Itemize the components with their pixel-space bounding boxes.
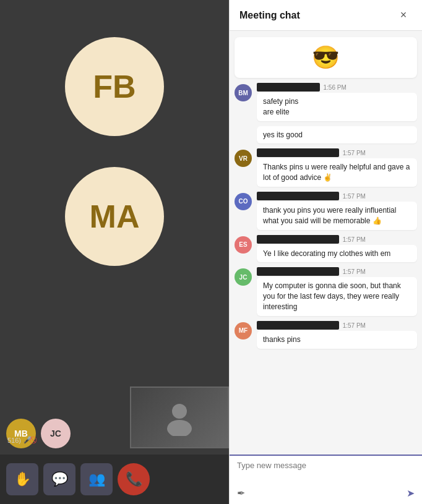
- list-item: VR ████████████████ 1:57 PM Thanks pins …: [235, 148, 417, 187]
- msg-content-co: ████████████████ 1:57 PM thank you pins …: [257, 192, 417, 230]
- list-item: JC ████████████████ 1:57 PM My computer …: [235, 267, 417, 315]
- sender-name-redacted: ████████████████: [257, 267, 339, 276]
- small-avatar-jc: JC: [41, 419, 71, 448]
- sender-name-redacted: ████████████: [257, 83, 320, 92]
- msg-content-es: ████████████████ 1:57 PM Ye I like decor…: [257, 235, 417, 263]
- emoji-message: 😎: [312, 45, 340, 70]
- message-row-jc: JC ████████████████ 1:57 PM My computer …: [235, 267, 417, 315]
- chat-title: Meeting chat: [239, 10, 300, 21]
- msg-bubble: My computer is gonna die soon, but thank…: [257, 277, 417, 315]
- list-item: MF ████████████████ 1:57 PM thanks pins: [235, 321, 417, 349]
- end-call-button[interactable]: 📞: [118, 463, 150, 495]
- msg-header-es: ████████████████ 1:57 PM: [257, 235, 417, 244]
- msg-header-bm: ████████████ 1:56 PM: [257, 83, 417, 92]
- msg-content-jc: ████████████████ 1:57 PM My computer is …: [257, 267, 417, 315]
- msg-header-mf: ████████████████ 1:57 PM: [257, 321, 417, 330]
- chat-panel: Meeting chat × 😎 BM ████████████ 1:56 PM…: [229, 0, 422, 504]
- participants-icon: 👥: [88, 471, 105, 487]
- avatar-bm: BM: [235, 84, 252, 101]
- avatar-fb: FB: [65, 37, 164, 136]
- msg-time: 1:57 PM: [343, 193, 366, 200]
- mic-indicator: 516) 🎤 ⃠: [7, 436, 35, 444]
- message-row-es: ES ████████████████ 1:57 PM Ye I like de…: [235, 235, 417, 263]
- chat-button[interactable]: 💬: [43, 463, 75, 495]
- msg-content-bm: ████████████ 1:56 PM safety pinsare elit…: [257, 83, 417, 121]
- msg-time: 1:57 PM: [343, 150, 366, 156]
- msg-time: 1:57 PM: [343, 322, 366, 329]
- video-thumbnail: [130, 387, 229, 448]
- participants-button[interactable]: 👥: [80, 463, 113, 495]
- emoji-picker-icon[interactable]: ✒: [237, 487, 245, 499]
- sender-name-redacted: ████████████████: [257, 192, 339, 200]
- close-chat-button[interactable]: ×: [395, 7, 412, 24]
- video-placeholder: [131, 388, 228, 447]
- msg-bubble: thank you pins you were really influenti…: [257, 202, 417, 230]
- chat-header: Meeting chat ×: [230, 0, 422, 31]
- sender-name-redacted: ████████████████: [257, 235, 339, 244]
- svg-point-0: [172, 404, 187, 419]
- list-item: CO ████████████████ 1:57 PM thank you pi…: [235, 192, 417, 230]
- chat-icon: 💬: [51, 471, 68, 487]
- sender-name-redacted: ████████████████: [257, 321, 339, 330]
- chat-messages-list: 😎 BM ████████████ 1:56 PM safety pinsare…: [230, 31, 422, 455]
- control-bar: 516) 🎤 ⃠ ✋ 💬 👥 📞: [0, 455, 229, 504]
- msg-content-vr: ████████████████ 1:57 PM Thanks pins u w…: [257, 148, 417, 187]
- list-item: yes its good: [257, 126, 417, 144]
- message-row-vr: VR ████████████████ 1:57 PM Thanks pins …: [235, 148, 417, 187]
- close-icon: ×: [400, 9, 407, 22]
- avatar-es: ES: [235, 236, 252, 254]
- raise-hand-button[interactable]: ✋: [6, 463, 38, 495]
- msg-content-mf: ████████████████ 1:57 PM thanks pins: [257, 321, 417, 349]
- end-call-icon: 📞: [126, 471, 142, 487]
- message-row-co: CO ████████████████ 1:57 PM thank you pi…: [235, 192, 417, 230]
- avatar-co: CO: [235, 193, 252, 210]
- msg-header-jc: ████████████████ 1:57 PM: [257, 267, 417, 276]
- sender-name-redacted: ████████████████: [257, 148, 339, 157]
- mic-muted-icon: 🎤: [24, 436, 32, 444]
- message-row-bm: BM ████████████ 1:56 PM safety pinsare e…: [235, 83, 417, 121]
- input-footer: ✒ ➤: [237, 487, 415, 499]
- msg-bubble: Ye I like decorating my clothes with em: [257, 245, 417, 263]
- msg-bubble: safety pinsare elite: [257, 93, 417, 121]
- msg-time: 1:57 PM: [343, 268, 366, 275]
- msg-header-co: ████████████████ 1:57 PM: [257, 192, 417, 200]
- svg-point-1: [167, 420, 192, 436]
- msg-bubble: Thanks pins u were really helpful and ga…: [257, 158, 417, 187]
- list-item: 😎: [235, 37, 417, 78]
- avatar-vr: VR: [235, 150, 252, 167]
- msg-bubble: thanks pins: [257, 331, 417, 349]
- list-item: ES ████████████████ 1:57 PM Ye I like de…: [235, 235, 417, 263]
- raise-hand-icon: ✋: [14, 471, 31, 487]
- msg-header-vr: ████████████████ 1:57 PM: [257, 148, 417, 157]
- left-panel: FB MA MB JC 516) 🎤 ⃠ ✋ 💬: [0, 0, 229, 504]
- avatar-mf: MF: [235, 322, 252, 340]
- message-row-mf: MF ████████████████ 1:57 PM thanks pins: [235, 321, 417, 349]
- message-input[interactable]: [237, 461, 415, 479]
- avatar-ma: MA: [65, 167, 164, 266]
- chat-input-area: ✒ ➤: [230, 455, 422, 504]
- avatar-jc: JC: [235, 268, 252, 286]
- msg-time: 1:56 PM: [324, 84, 347, 91]
- send-button[interactable]: ➤: [407, 487, 415, 499]
- list-item: BM ████████████ 1:56 PM safety pinsare e…: [235, 83, 417, 121]
- msg-time: 1:57 PM: [343, 236, 366, 243]
